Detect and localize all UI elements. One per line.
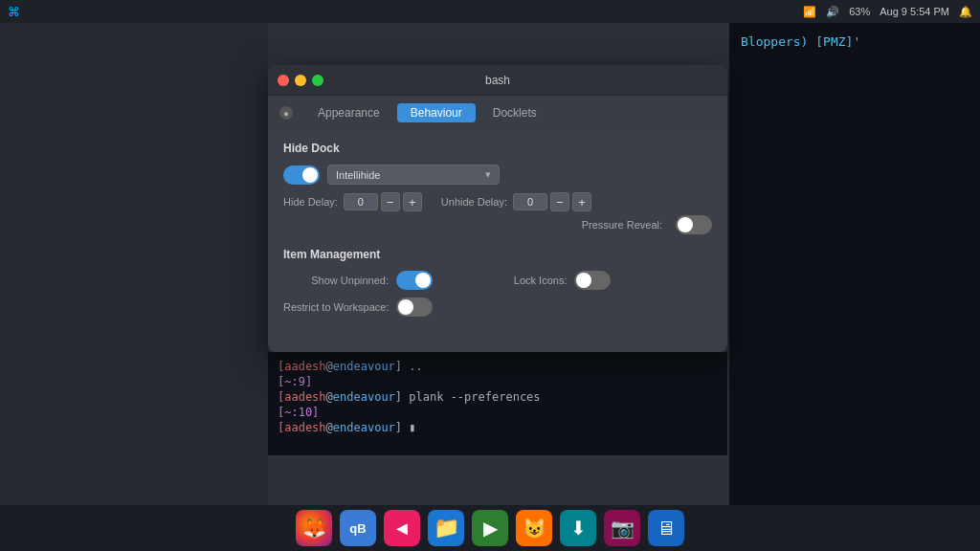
maximize-button[interactable] bbox=[312, 75, 323, 86]
hide-delay-input-group: − + bbox=[344, 192, 422, 211]
dock-icon-fox[interactable]: 😺 bbox=[516, 510, 552, 546]
term-bracket-1: [~:9] bbox=[278, 375, 312, 388]
term-bracket-2: [~:10] bbox=[278, 406, 319, 419]
notification-icon: 🔔 bbox=[959, 6, 972, 18]
left-area bbox=[0, 23, 268, 505]
show-unpinned-row: Show Unpinned: bbox=[283, 271, 433, 290]
dock-icon-media[interactable]: ▶ bbox=[472, 510, 508, 546]
hide-delay-label: Hide Delay: bbox=[283, 196, 338, 208]
hide-delay-increment[interactable]: + bbox=[403, 192, 422, 211]
qbittorrent-icon: qB bbox=[349, 521, 366, 536]
item-management-title: Item Management bbox=[283, 248, 712, 261]
minimize-button[interactable] bbox=[295, 75, 306, 86]
item-management-section: Item Management Show Unpinned: Restrict … bbox=[283, 248, 712, 324]
unhide-delay-input-group: − + bbox=[513, 192, 591, 211]
fox-icon: 😺 bbox=[523, 517, 546, 540]
item-mgmt-rows: Show Unpinned: Restrict to Workspace: bbox=[283, 271, 712, 324]
dock-icon-present[interactable]: 🖥 bbox=[648, 510, 684, 546]
lock-icons-knob bbox=[576, 273, 591, 288]
hide-dock-title: Hide Dock bbox=[283, 142, 712, 155]
hide-dock-section: Hide Dock Intellihide ▾ Hide Delay: − + bbox=[283, 142, 712, 234]
dialog-tabs: ● Appearance Behaviour Docklets bbox=[268, 96, 727, 130]
term-user-2: [aadesh bbox=[278, 390, 326, 404]
delays-row: Hide Delay: − + Unhide Delay: − + bbox=[283, 192, 712, 211]
dock-icon-camera[interactable]: 📷 bbox=[604, 510, 640, 546]
dialog-title: bash bbox=[485, 74, 510, 87]
tab-docklets[interactable]: Docklets bbox=[479, 103, 550, 122]
dock-icon-files[interactable]: 📁 bbox=[428, 510, 464, 546]
restrict-workspace-knob bbox=[398, 299, 413, 315]
dropdown-value: Intellihide bbox=[336, 169, 380, 181]
term-host-2: endeavour bbox=[333, 390, 395, 404]
hide-delay-item: Hide Delay: − + bbox=[283, 192, 422, 211]
dock-icon-downloader[interactable]: ⬇ bbox=[560, 510, 596, 546]
hide-delay-decrement[interactable]: − bbox=[381, 192, 400, 211]
show-unpinned-label: Show Unpinned: bbox=[283, 275, 389, 286]
topbar: ⌘ 📶 🔊 63% Aug 9 5:54 PM 🔔 bbox=[0, 0, 980, 23]
arch-logo: ⌘ bbox=[8, 5, 20, 19]
term-line-2: [~:9] bbox=[278, 375, 718, 388]
camera-icon: 📷 bbox=[611, 517, 635, 540]
terminal-area: [aadesh@endeavour] .. [~:9] [aadesh@ende… bbox=[268, 352, 727, 455]
files-icon: 📁 bbox=[434, 516, 459, 540]
term-host-1: endeavour bbox=[333, 360, 395, 373]
downloader-icon: ⬇ bbox=[570, 517, 587, 540]
topbar-left: ⌘ bbox=[8, 5, 20, 19]
term-user-3: [aadesh bbox=[278, 421, 326, 434]
term-host-3: endeavour bbox=[333, 421, 395, 434]
item-mgmt-right: Lock Icons: bbox=[461, 271, 611, 324]
intellihide-dropdown[interactable]: Intellihide ▾ bbox=[327, 165, 500, 185]
right-terminal-text: Bloppers) [PMZ]' bbox=[741, 34, 860, 49]
dialog-window: bash ● Appearance Behaviour Docklets Hid… bbox=[268, 65, 727, 352]
media-icon: ▶ bbox=[483, 517, 498, 540]
present-icon: 🖥 bbox=[657, 518, 676, 540]
hide-dock-row: Intellihide ▾ bbox=[283, 165, 712, 185]
dock-icon-qbittorrent[interactable]: qB bbox=[340, 510, 376, 546]
dock: 🦊 qB ◄ 📁 ▶ 😺 ⬇ 📷 🖥 bbox=[0, 505, 980, 551]
close-button[interactable] bbox=[278, 75, 289, 86]
right-terminal: Bloppers) [PMZ]' bbox=[729, 23, 980, 505]
dock-icon-send[interactable]: ◄ bbox=[384, 510, 420, 546]
battery-status: 63% bbox=[849, 6, 870, 17]
firefox-icon: 🦊 bbox=[302, 517, 326, 540]
dialog-body: Hide Dock Intellihide ▾ Hide Delay: − + bbox=[268, 130, 727, 349]
unhide-delay-label: Unhide Delay: bbox=[441, 196, 507, 208]
unhide-delay-increment[interactable]: + bbox=[572, 192, 591, 211]
window-controls[interactable] bbox=[278, 75, 323, 86]
lock-icons-label: Lock Icons: bbox=[461, 275, 567, 286]
term-line-4: [~:10] bbox=[278, 406, 718, 419]
volume-icon: 🔊 bbox=[826, 6, 839, 18]
unhide-delay-item: Unhide Delay: − + bbox=[441, 192, 591, 211]
restrict-workspace-label: Restrict to Workspace: bbox=[283, 301, 389, 313]
hide-delay-input[interactable] bbox=[344, 193, 378, 210]
wifi-icon: 📶 bbox=[803, 6, 816, 18]
hide-dock-toggle[interactable] bbox=[283, 165, 320, 185]
toggle-knob bbox=[302, 167, 318, 183]
send-icon: ◄ bbox=[392, 518, 412, 540]
dropdown-arrow-icon: ▾ bbox=[485, 168, 491, 181]
term-line-3: [aadesh@endeavour] plank --preferences bbox=[278, 390, 718, 404]
topbar-right: 📶 🔊 63% Aug 9 5:54 PM 🔔 bbox=[803, 6, 972, 18]
term-line-1: [aadesh@endeavour] .. bbox=[278, 360, 718, 373]
dialog-titlebar: bash bbox=[268, 65, 727, 96]
lock-icons-toggle[interactable] bbox=[574, 271, 611, 290]
back-arrow[interactable]: ● bbox=[279, 106, 293, 120]
pressure-reveal-row: Pressure Reveal: bbox=[283, 215, 712, 234]
tab-behaviour[interactable]: Behaviour bbox=[397, 103, 476, 122]
dock-icon-firefox[interactable]: 🦊 bbox=[296, 510, 332, 546]
pressure-toggle-knob bbox=[678, 217, 693, 232]
datetime: Aug 9 5:54 PM bbox=[880, 6, 949, 17]
tab-appearance[interactable]: Appearance bbox=[304, 103, 393, 122]
item-mgmt-left: Show Unpinned: Restrict to Workspace: bbox=[283, 271, 433, 324]
term-user-1: [aadesh bbox=[278, 360, 326, 373]
show-unpinned-toggle[interactable] bbox=[396, 271, 433, 290]
unhide-delay-decrement[interactable]: − bbox=[550, 192, 569, 211]
restrict-workspace-row: Restrict to Workspace: bbox=[283, 298, 433, 317]
unhide-delay-input[interactable] bbox=[513, 193, 547, 210]
show-unpinned-knob bbox=[415, 273, 431, 288]
pressure-reveal-toggle[interactable] bbox=[676, 215, 712, 234]
term-line-5: [aadesh@endeavour] ▮ bbox=[278, 421, 718, 434]
restrict-workspace-toggle[interactable] bbox=[396, 298, 433, 317]
lock-icons-row: Lock Icons: bbox=[461, 271, 611, 290]
pressure-reveal-label: Pressure Reveal: bbox=[582, 219, 662, 231]
